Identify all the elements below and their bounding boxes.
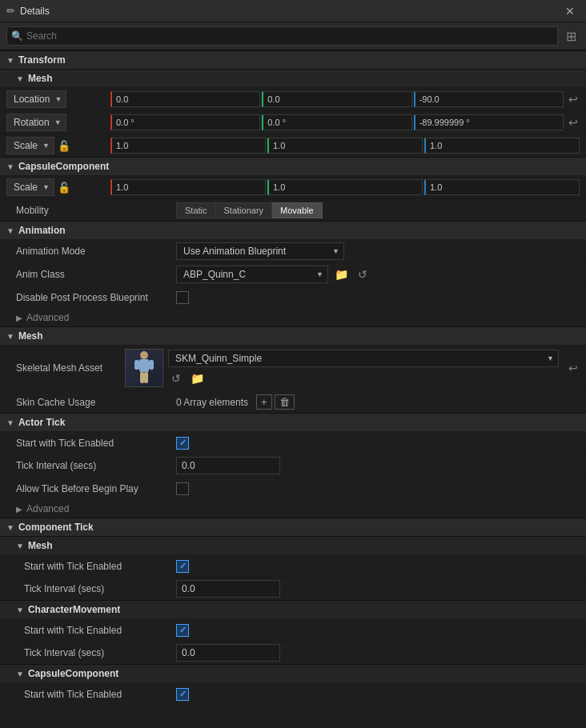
animation-arrow: ▼ [6,226,14,235]
location-fields [110,91,564,107]
scale-fields [110,138,580,154]
allow-tick-before-play-value [176,482,580,495]
search-input[interactable] [6,26,558,46]
anim-class-value-text: ABP_Quinn_C [183,269,246,280]
skeletal-mesh-asset-label: Skeletal Mesh Asset [16,362,120,374]
skin-cache-delete-button[interactable]: 🗑 [275,394,295,410]
skeletal-mesh-arrow: ▼ [547,354,554,362]
svg-point-0 [140,351,148,359]
skeletal-mesh-label: Mesh [18,330,43,342]
transform-section-header[interactable]: ▼ Transform [0,50,586,69]
capsule-section-header[interactable]: ▼ CapsuleComponent [0,157,586,175]
location-dropdown[interactable]: Location ▼ [6,90,66,108]
comp-tick-mesh-arrow: ▼ [16,542,24,550]
anim-class-row: Anim Class ABP_Quinn_C ▼ 📁 ↺ [0,262,586,286]
mobility-static-button[interactable]: Static [176,202,216,218]
svg-rect-5 [144,372,148,383]
char-move-tick-interval-input[interactable] [176,644,280,662]
skeletal-mesh-arrow: ▼ [6,332,14,341]
scale-z[interactable] [424,138,580,154]
capsule-scale-y[interactable] [267,179,423,195]
location-x[interactable] [110,91,260,107]
pencil-icon: ✏ [6,5,15,17]
rotation-reset-button[interactable]: ↩ [567,114,580,130]
mesh-sub-section-header[interactable]: ▼ Mesh [0,69,586,87]
cap-comp-start-tick-checkbox[interactable] [176,688,189,701]
location-y[interactable] [262,91,411,107]
scale-lock-button[interactable]: 🔓 [58,140,70,152]
char-move-tick-interval-row: Tick Interval (secs) [0,641,586,664]
actor-tick-advanced-row[interactable]: ▶ Advanced [0,499,586,518]
rotation-dropdown[interactable]: Rotation ▼ [6,114,66,131]
animation-advanced-row[interactable]: ▶ Advanced [0,308,586,326]
character-figure-svg [131,350,157,386]
allow-tick-before-play-checkbox[interactable] [176,482,189,495]
mobility-stationary-button[interactable]: Stationary [216,202,273,218]
skeletal-mesh-dropdown[interactable]: SKM_Quinn_Simple ▼ [168,350,559,367]
mesh-tick-interval-input[interactable] [176,580,280,598]
animation-mode-dropdown[interactable]: Use Animation Blueprint ▼ [176,242,344,260]
disable-post-process-value [176,291,580,304]
anim-class-refresh-button[interactable]: ↺ [355,266,371,282]
animation-mode-select-wrap: Use Animation Blueprint ▼ [176,242,344,260]
character-movement-arrow: ▼ [16,606,24,614]
location-label-area: Location ▼ [6,90,110,108]
comp-tick-mesh-header[interactable]: ▼ Mesh [0,536,586,554]
char-move-start-tick-row: Start with Tick Enabled [0,618,586,641]
mesh-thumb-inner [126,350,163,386]
capsule-scale-z[interactable] [424,179,580,195]
location-reset-button[interactable]: ↩ [567,91,580,107]
scale-x[interactable] [110,138,266,154]
skeletal-mesh-reset-button[interactable]: ↩ [567,360,580,376]
comp-capsule-label: CapsuleComponent [28,668,118,679]
character-movement-header[interactable]: ▼ CharacterMovement [0,600,586,618]
disable-post-process-checkbox[interactable] [176,291,189,304]
search-bar: 🔍 ⊞ [0,22,586,50]
cap-comp-start-tick-row: Start with Tick Enabled [0,682,586,705]
title-bar: ✏ Details ✕ [0,0,586,22]
capsule-scale-x[interactable] [110,179,266,195]
mesh-asset-controls: SKM_Quinn_Simple ▼ ↺ 📁 [168,350,559,386]
actor-start-tick-checkbox[interactable] [176,437,189,450]
capsule-scale-lock-button[interactable]: 🔓 [58,182,70,194]
skeletal-mesh-section-header[interactable]: ▼ Mesh [0,326,586,345]
comp-capsule-header[interactable]: ▼ CapsuleComponent [0,664,586,682]
rotation-z[interactable] [414,114,564,130]
close-button[interactable]: ✕ [560,3,580,19]
mesh-refresh-button[interactable]: ↺ [168,370,184,386]
mesh-browse-button[interactable]: 📁 [187,370,207,386]
capsule-scale-row: Scale ▼ 🔓 [0,175,586,198]
transform-arrow: ▼ [6,56,14,65]
anim-class-dropdown[interactable]: ABP_Quinn_C ▼ [176,266,328,283]
skin-cache-add-button[interactable]: + [256,394,272,410]
capsule-scale-dropdown[interactable]: Scale ▼ [6,178,54,196]
mesh-start-tick-checkbox[interactable] [176,560,189,573]
animation-mode-value-text: Use Animation Blueprint [183,246,286,257]
capsule-scale-label-area: Scale ▼ 🔓 [6,178,110,196]
animation-section-header[interactable]: ▼ Animation [0,221,586,239]
actor-tick-interval-input[interactable] [176,457,280,474]
actor-tick-interval-label: Tick Interval (secs) [16,460,176,471]
skeletal-mesh-asset-row: Skeletal Mesh Asset SKM_Quinn_Simple ▼ ↺… [0,345,586,390]
actor-tick-section-header[interactable]: ▼ Actor Tick [0,413,586,431]
location-row: Location ▼ ↩ [0,87,586,110]
char-move-start-tick-value [176,624,580,637]
char-move-start-tick-checkbox[interactable] [176,624,189,637]
transform-label: Transform [18,54,66,66]
component-tick-section-header[interactable]: ▼ Component Tick [0,518,586,536]
mesh-thumbnail [125,349,163,387]
grid-view-button[interactable]: ⊞ [563,27,580,46]
rotation-y[interactable] [262,114,411,130]
rotation-x[interactable] [110,114,260,130]
skin-cache-label: Skin Cache Usage [16,397,176,408]
scale-dropdown[interactable]: Scale ▼ [6,137,54,154]
anim-class-browse-button[interactable]: 📁 [331,266,351,282]
svg-rect-3 [149,360,154,370]
scale-y[interactable] [267,138,423,154]
mobility-movable-button[interactable]: Movable [272,202,323,218]
location-dd-arrow: ▼ [54,95,62,103]
char-move-tick-interval-value [176,644,580,662]
location-z[interactable] [414,91,564,107]
allow-tick-before-play-row: Allow Tick Before Begin Play [0,477,586,499]
anim-class-value: ABP_Quinn_C ▼ 📁 ↺ [176,266,580,283]
